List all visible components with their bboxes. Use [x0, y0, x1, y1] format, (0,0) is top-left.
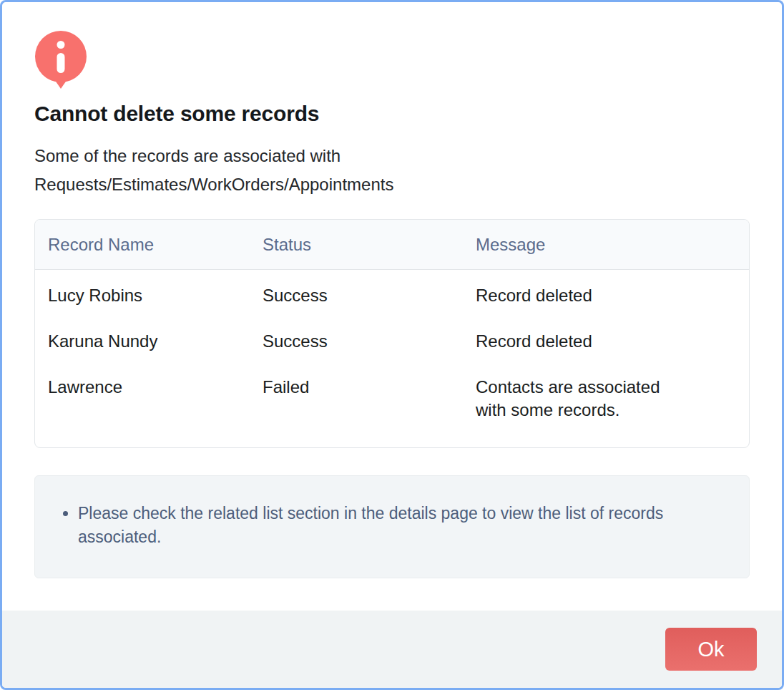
dialog-title: Cannot delete some records [34, 102, 750, 126]
message-cell: Record deleted [463, 270, 749, 319]
records-table-container: Record Name Status Message Lucy Robins S… [34, 219, 750, 448]
note-box: Please check the related list section in… [34, 475, 750, 578]
info-icon-stem [57, 53, 65, 73]
cannot-delete-dialog: Cannot delete some records Some of the r… [0, 0, 784, 690]
status-cell: Success [250, 319, 463, 364]
table-header-row: Record Name Status Message [35, 220, 749, 270]
message-text: Record deleted [476, 284, 690, 307]
column-header-status: Status [250, 220, 463, 270]
column-header-message: Message [463, 220, 749, 270]
message-cell: Record deleted [463, 319, 749, 364]
record-name-cell: Lawrence [35, 364, 250, 447]
message-text: Contacts are associated with some record… [476, 376, 690, 422]
ok-button[interactable]: Ok [665, 628, 757, 671]
record-name-cell: Karuna Nundy [35, 319, 250, 364]
info-icon [35, 31, 87, 82]
status-cell: Failed [250, 364, 463, 447]
column-header-record-name: Record Name [35, 220, 250, 270]
dialog-description: Some of the records are associated with … [34, 142, 750, 199]
message-cell: Contacts are associated with some record… [463, 364, 749, 447]
table-row: Lawrence Failed Contacts are associated … [35, 364, 749, 447]
table-row: Karuna Nundy Success Record deleted [35, 319, 749, 364]
description-line-2: Requests/Estimates/WorkOrders/Appointmen… [34, 170, 750, 199]
dialog-content: Cannot delete some records Some of the r… [2, 2, 782, 611]
status-cell: Success [250, 270, 463, 319]
dialog-footer: Ok [2, 611, 782, 688]
info-icon-dot [57, 41, 65, 49]
message-text: Record deleted [476, 330, 690, 353]
info-icon-tail [54, 79, 67, 89]
record-name-cell: Lucy Robins [35, 270, 250, 319]
note-item: Please check the related list section in… [78, 502, 723, 549]
table-row: Lucy Robins Success Record deleted [35, 270, 749, 319]
records-table: Record Name Status Message Lucy Robins S… [34, 219, 750, 448]
description-line-1: Some of the records are associated with [34, 142, 750, 170]
